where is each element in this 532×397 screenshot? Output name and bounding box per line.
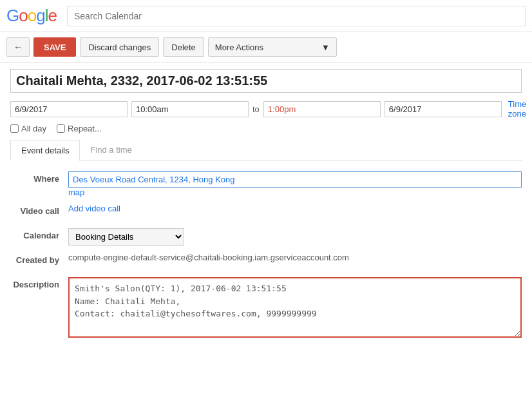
event-title-input[interactable] <box>10 69 522 93</box>
calendar-value: Booking Details <box>68 228 522 246</box>
back-button[interactable]: ← <box>6 37 30 57</box>
dropdown-arrow-icon: ▼ <box>321 43 330 52</box>
start-time-input[interactable] <box>131 101 249 117</box>
end-time-input[interactable] <box>263 101 381 117</box>
calendar-label: Calendar <box>10 228 68 240</box>
description-label: Description <box>10 277 68 289</box>
google-logo: Google <box>6 6 57 26</box>
tab-find-time[interactable]: Find a time <box>80 140 142 160</box>
map-link[interactable]: map <box>68 188 84 197</box>
repeat-label: Repeat... <box>68 124 102 133</box>
allday-checkbox-label[interactable]: All day <box>10 124 46 133</box>
calendar-row: Calendar Booking Details <box>10 228 522 246</box>
save-button[interactable]: SAVE <box>33 37 76 57</box>
description-row: Description <box>10 277 522 340</box>
logo-e: e <box>48 6 56 25</box>
main-content: to Time zone All day Repeat... Event det… <box>0 63 532 355</box>
video-call-label: Video call <box>10 204 68 216</box>
options-row: All day Repeat... <box>10 124 522 133</box>
logo-o1: o <box>19 6 27 25</box>
start-date-input[interactable] <box>10 101 128 117</box>
created-by-label: Created by <box>10 253 68 265</box>
datetime-row: to Time zone <box>10 99 522 119</box>
description-textarea[interactable] <box>68 277 522 338</box>
repeat-checkbox-label[interactable]: Repeat... <box>57 124 102 133</box>
video-call-value: Add video call <box>68 204 522 213</box>
allday-label: All day <box>21 124 46 133</box>
where-input[interactable] <box>68 171 522 188</box>
allday-checkbox[interactable] <box>10 124 19 133</box>
header: Google <box>0 0 532 32</box>
timezone-link[interactable]: Time zone <box>508 99 526 119</box>
where-row: Where map <box>10 171 522 197</box>
created-by-row: Created by compute-engine-default-servic… <box>10 253 522 271</box>
discard-button[interactable]: Discard changes <box>80 37 159 57</box>
add-video-call-link[interactable]: Add video call <box>68 204 120 213</box>
video-call-row: Video call Add video call <box>10 204 522 222</box>
where-label: Where <box>10 171 68 184</box>
logo-o2: o <box>28 6 36 25</box>
repeat-checkbox[interactable] <box>57 124 65 133</box>
created-by-text: compute-engine-default-service@chaitali-… <box>68 250 349 262</box>
more-actions-label: More Actions <box>215 43 263 52</box>
delete-button[interactable]: Delete <box>163 37 204 57</box>
more-actions-button[interactable]: More Actions ▼ <box>208 37 337 57</box>
search-input[interactable] <box>67 6 526 26</box>
logo-g: G <box>6 6 19 25</box>
end-date-input[interactable] <box>385 101 502 117</box>
description-value <box>68 277 522 340</box>
created-by-value: compute-engine-default-service@chaitali-… <box>68 253 522 262</box>
tabs: Event details Find a time <box>10 140 522 161</box>
toolbar: ← SAVE Discard changes Delete More Actio… <box>0 32 532 63</box>
tab-event-details[interactable]: Event details <box>10 140 80 161</box>
calendar-select[interactable]: Booking Details <box>68 228 184 246</box>
logo-g2: g <box>36 6 44 25</box>
where-value: map <box>68 171 522 197</box>
to-label: to <box>252 104 260 114</box>
form-section: Where map Video call Add video call Cale… <box>10 169 522 349</box>
